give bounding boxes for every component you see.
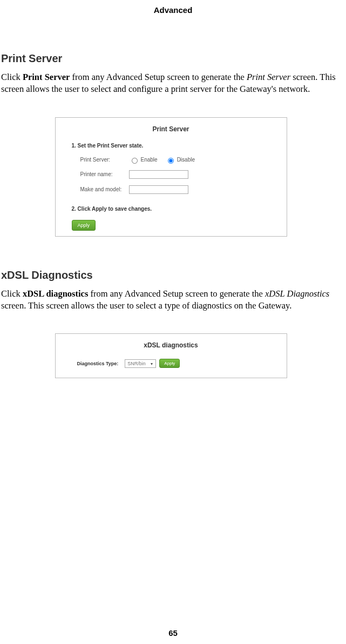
section-heading-print-server: Print Server (0, 52, 342, 65)
para-bold: xDSL diagnostics (23, 289, 89, 299)
printer-name-label: Printer name: (80, 171, 129, 177)
make-model-label: Make and model: (80, 186, 129, 192)
para-italic: xDSL Diagnostics (265, 289, 329, 299)
diagnostics-type-row: Diagnostics Type: SNR/bin Apply (77, 359, 270, 368)
para-text: screen. This screen allows the user to s… (1, 300, 291, 311)
page-number: 65 (0, 628, 346, 638)
para-text: from any Advanced Setup screen to genera… (88, 289, 265, 299)
screenshot-title: Print Server (72, 125, 270, 133)
section2-paragraph: Click xDSL diagnostics from any Advanced… (0, 288, 342, 312)
enable-radio[interactable] (132, 158, 138, 164)
print-server-state-row: Print Server: Enable Disable (80, 156, 270, 164)
para-text: from any Advanced Setup screen to genera… (70, 72, 247, 82)
section1-paragraph: Click Print Server from any Advanced Set… (0, 71, 342, 96)
page-header: Advanced (0, 0, 346, 15)
para-text: Click (1, 72, 23, 82)
make-model-row: Make and model: (80, 185, 270, 194)
step1-text: 1. Set the Print Server state. (72, 143, 270, 149)
apply-button[interactable]: Apply (159, 359, 180, 368)
diagnostics-type-select[interactable]: SNR/bin (125, 359, 156, 368)
disable-radio-label[interactable]: Disable (165, 156, 195, 164)
diagnostics-select-wrap[interactable]: SNR/bin (125, 359, 156, 368)
print-server-label: Print Server: (80, 157, 129, 163)
apply-button[interactable]: Apply (72, 220, 96, 231)
section-heading-xdsl: xDSL Diagnostics (0, 269, 342, 281)
printer-name-row: Printer name: (80, 170, 270, 179)
disable-text: Disable (177, 157, 195, 163)
enable-radio-label[interactable]: Enable (129, 156, 158, 164)
print-server-screenshot: Print Server 1. Set the Print Server sta… (55, 117, 287, 237)
para-bold: Print Server (23, 72, 70, 82)
screenshot-title: xDSL diagnostics (72, 341, 270, 349)
para-italic: Print Server (247, 72, 290, 82)
diagnostics-type-label: Diagnostics Type: (77, 361, 119, 366)
disable-radio[interactable] (168, 158, 174, 164)
para-text: Click (1, 289, 23, 299)
enable-text: Enable (141, 157, 158, 163)
xdsl-diagnostics-screenshot: xDSL diagnostics Diagnostics Type: SNR/b… (55, 333, 287, 378)
make-model-input[interactable] (129, 185, 188, 194)
printer-name-input[interactable] (129, 170, 188, 179)
step2-text: 2. Click Apply to save changes. (72, 206, 270, 212)
